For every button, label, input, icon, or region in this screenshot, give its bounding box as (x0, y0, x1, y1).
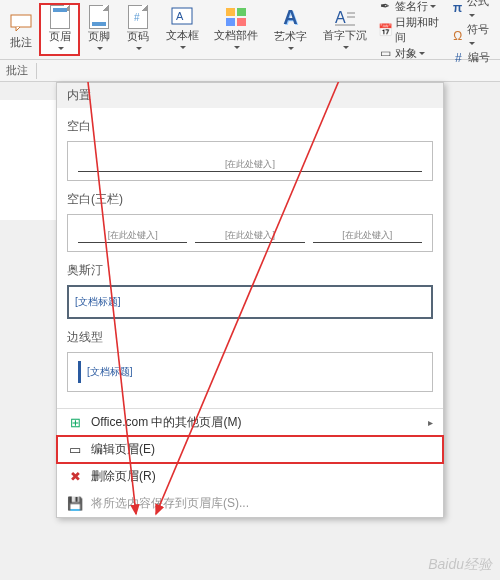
save-header-item[interactable]: 💾 将所选内容保存到页眉库(S)... (57, 490, 443, 517)
watermark: Baidu经验 (428, 556, 492, 574)
datetime-button[interactable]: 📅日期和时间 (378, 15, 443, 45)
document-page-edge (0, 100, 58, 220)
gallery-title-blank: 空白 (67, 118, 433, 135)
docparts-icon (224, 6, 248, 28)
pageno-button[interactable]: # 页码 (118, 4, 157, 55)
object-icon: ▭ (378, 46, 392, 60)
object-button[interactable]: ▭对象 (378, 46, 443, 61)
header-icon (48, 5, 72, 29)
header-dropdown: 内置 空白 [在此处键入] 空白(三栏) [在此处键入] [在此处键入] [在此… (56, 82, 444, 518)
pi-icon: π (451, 1, 464, 15)
dropdown-section-builtin: 内置 (57, 83, 443, 108)
comment-group-label: 批注 (6, 63, 28, 78)
ribbon-row2: 批注 (0, 60, 500, 82)
datetime-icon: 📅 (378, 23, 392, 37)
dropcap-button[interactable]: A 首字下沉 (315, 4, 374, 55)
gallery-title-austin: 奥斯汀 (67, 262, 433, 279)
footer-button[interactable]: 页脚 (79, 4, 118, 55)
svg-rect-3 (226, 8, 235, 16)
ribbon: 批注 页眉 页脚 # 页码 A 文本框 文档部件 A 艺术字 A 首字下沉 ✒签… (0, 0, 500, 60)
svg-rect-6 (237, 18, 246, 26)
insert-extras: ✒签名行 📅日期和时间 ▭对象 (374, 4, 447, 55)
svg-rect-5 (226, 18, 235, 26)
signature-button[interactable]: ✒签名行 (378, 0, 443, 14)
svg-rect-0 (11, 15, 31, 27)
omega-icon: Ω (451, 29, 464, 43)
number-button[interactable]: #编号 (451, 50, 494, 65)
office-icon: ⊞ (67, 415, 83, 431)
comment-icon (9, 11, 33, 35)
equation-button[interactable]: π公式 (451, 0, 494, 21)
edit-header-item[interactable]: ▭ 编辑页眉(E) (57, 436, 443, 463)
wordart-icon: A (278, 6, 302, 29)
textbox-icon: A (170, 6, 194, 28)
footer-icon (87, 5, 111, 29)
document-area: 内置 空白 [在此处键入] 空白(三栏) [在此处键入] [在此处键入] [在此… (0, 82, 500, 580)
gallery-title-sideline: 边线型 (67, 329, 433, 346)
save-icon: 💾 (67, 496, 83, 512)
svg-text:A: A (335, 9, 346, 26)
remove-icon: ✖ (67, 469, 83, 485)
symbol-button[interactable]: Ω符号 (451, 22, 494, 49)
gallery-item-blank3[interactable]: [在此处键入] [在此处键入] [在此处键入] (67, 214, 433, 252)
textbox-button[interactable]: A 文本框 (158, 4, 207, 55)
number-icon: # (451, 51, 465, 65)
dropdown-footer: ⊞ Office.com 中的其他页眉(M) ▭ 编辑页眉(E) ✖ 删除页眉(… (57, 408, 443, 517)
dropcap-icon: A (333, 6, 357, 28)
gallery-item-sideline[interactable]: [文档标题] (67, 352, 433, 392)
svg-text:A: A (176, 10, 184, 22)
separator (36, 63, 37, 79)
header-button[interactable]: 页眉 (40, 4, 79, 55)
more-headers-item[interactable]: ⊞ Office.com 中的其他页眉(M) (57, 409, 443, 436)
docparts-button[interactable]: 文档部件 (207, 4, 266, 55)
pageno-icon: # (126, 5, 150, 29)
comment-button[interactable]: 批注 (2, 4, 40, 55)
edit-icon: ▭ (67, 442, 83, 458)
dropdown-gallery: 空白 [在此处键入] 空白(三栏) [在此处键入] [在此处键入] [在此处键入… (57, 108, 443, 408)
gallery-title-blank3: 空白(三栏) (67, 191, 433, 208)
signature-icon: ✒ (378, 0, 392, 13)
gallery-item-blank[interactable]: [在此处键入] (67, 141, 433, 181)
svg-rect-4 (237, 8, 246, 16)
gallery-item-austin[interactable]: [文档标题] (67, 285, 433, 319)
wordart-button[interactable]: A 艺术字 (266, 4, 315, 55)
remove-header-item[interactable]: ✖ 删除页眉(R) (57, 463, 443, 490)
symbols-group: π公式 Ω符号 #编号 (447, 4, 498, 55)
